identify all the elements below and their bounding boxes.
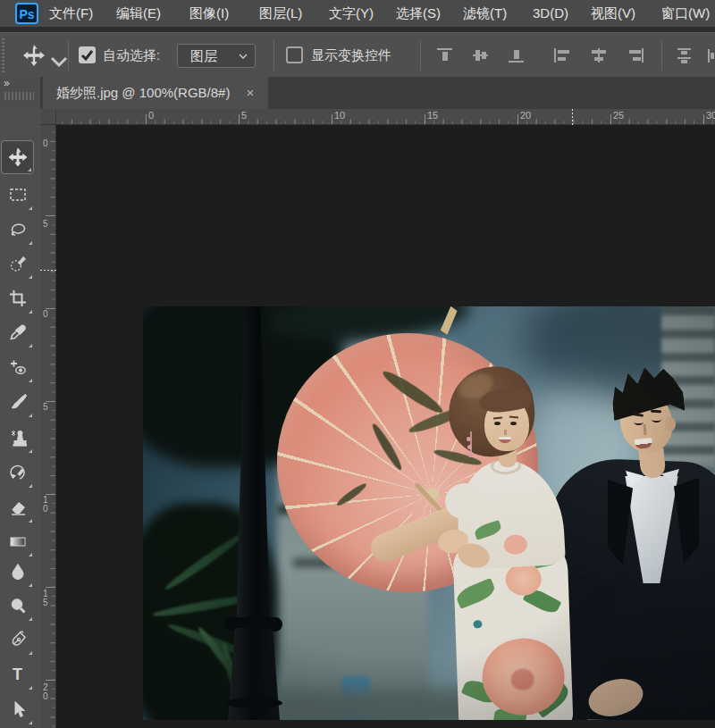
menu-view[interactable]: 视图(V) xyxy=(591,0,635,27)
quick-selection-tool[interactable] xyxy=(1,247,34,280)
eraser-tool[interactable] xyxy=(1,490,34,524)
ruler-label: 10 xyxy=(334,110,345,121)
photo-groom-eye xyxy=(652,416,661,423)
photo-bride-nose xyxy=(504,430,507,435)
photo-bride-eye xyxy=(494,422,500,425)
options-bar: 自动选择: 图层 显示变换控件 xyxy=(0,32,715,78)
photo-lamppost-ring xyxy=(225,698,282,708)
divider xyxy=(420,40,421,71)
ruler-label: 20 xyxy=(43,683,51,701)
menu-type[interactable]: 文字(Y) xyxy=(329,0,374,27)
menu-bar: Ps 文件(F) 编辑(E) 图像(I) 图层(L) 文字(Y) 选择(S) 滤… xyxy=(0,0,715,27)
ruler-label: 0 xyxy=(148,110,154,121)
close-tab-icon[interactable]: × xyxy=(246,77,254,109)
align-bottom-edges-icon[interactable] xyxy=(506,46,527,64)
document-image[interactable] xyxy=(143,306,715,720)
align-right-edges-icon[interactable] xyxy=(624,46,645,64)
show-transform-checkbox[interactable] xyxy=(286,46,303,63)
ruler-label: 15 xyxy=(43,590,51,607)
flyout-triangle-icon xyxy=(29,583,32,587)
auto-select-checkbox[interactable] xyxy=(79,46,96,63)
flyout-triangle-icon xyxy=(29,484,32,488)
align-top-edges-icon[interactable] xyxy=(434,46,456,64)
lasso-tool[interactable] xyxy=(1,213,34,247)
cursor-position-marker xyxy=(572,109,573,125)
chevron-down-icon xyxy=(238,53,248,60)
ruler-label: 10 xyxy=(43,496,51,514)
photo-dress-leaf xyxy=(473,520,502,540)
photo-parasol-leaf-print xyxy=(380,367,446,417)
ruler-label: 30 xyxy=(706,110,715,121)
menu-3d[interactable]: 3D(D) xyxy=(533,0,568,27)
flyout-triangle-icon xyxy=(29,617,32,621)
dodge-tool[interactable] xyxy=(1,589,34,623)
ruler-label: 25 xyxy=(613,110,624,121)
move-tool[interactable] xyxy=(1,140,34,174)
photo-dress-leaf xyxy=(454,578,497,609)
pen-tool[interactable] xyxy=(1,623,34,657)
ruler-label: 5 xyxy=(43,403,51,412)
menu-select[interactable]: 选择(S) xyxy=(396,0,441,27)
flyout-triangle-icon xyxy=(29,449,32,453)
auto-select-label: 自动选择: xyxy=(103,33,160,78)
menu-file[interactable]: 文件(F) xyxy=(49,0,93,27)
distribute-top-edges-icon[interactable] xyxy=(674,46,695,64)
align-vertical-centers-icon[interactable] xyxy=(470,46,492,64)
spot-healing-brush-tool[interactable] xyxy=(1,350,34,384)
path-selection-tool[interactable] xyxy=(1,692,34,726)
document-tab-title: 婚纱照.jpg @ 100%(RGB/8#) xyxy=(56,85,230,100)
photo-bride-hairpin-bead xyxy=(467,445,472,449)
tool-preset-chevron-icon[interactable] xyxy=(48,51,70,72)
clone-stamp-tool[interactable] xyxy=(1,421,34,455)
menu-filter[interactable]: 滤镜(T) xyxy=(463,0,507,27)
photo-dress-accent xyxy=(473,620,482,628)
photo-groom-eye xyxy=(634,419,644,425)
flyout-triangle-icon xyxy=(29,206,32,210)
photo-bride-hairpin-bead xyxy=(467,437,471,441)
canvas-area[interactable] xyxy=(56,125,715,728)
flyout-triangle-icon xyxy=(29,686,32,690)
flyout-triangle-icon xyxy=(29,241,32,245)
document-tab[interactable]: 婚纱照.jpg @ 100%(RGB/8#)× xyxy=(43,77,268,109)
flyout-triangle-icon xyxy=(29,344,32,347)
move-tool-icon xyxy=(23,45,45,66)
distribute-left-edges-icon[interactable] xyxy=(706,46,715,64)
menu-edit[interactable]: 编辑(E) xyxy=(116,0,161,27)
toolbar-grip[interactable] xyxy=(4,92,34,100)
auto-select-target-dropdown[interactable]: 图层 xyxy=(177,44,256,68)
photo-parasol-leaf-print xyxy=(369,422,404,473)
checkmark-icon xyxy=(79,46,96,63)
align-left-edges-icon[interactable] xyxy=(552,46,574,64)
menu-layer[interactable]: 图层(L) xyxy=(259,0,302,27)
photo-bride-eye xyxy=(510,422,517,425)
horizontal-ruler[interactable]: 0 5 10 15 20 25 30 xyxy=(56,109,715,125)
gradient-tool[interactable] xyxy=(1,524,34,558)
flyout-triangle-icon xyxy=(29,310,32,314)
tool-panel-header: » xyxy=(0,77,40,109)
flyout-triangle-icon xyxy=(29,519,32,523)
flyout-triangle-icon xyxy=(29,651,32,655)
ruler-label: 5 xyxy=(241,110,247,121)
history-brush-tool[interactable] xyxy=(1,456,34,490)
photo-groom-ear xyxy=(665,417,676,431)
dropdown-value: 图层 xyxy=(190,48,217,63)
blur-tool[interactable] xyxy=(1,555,34,589)
vertical-ruler[interactable]: 0 5 0 5 10 15 20 xyxy=(40,125,56,728)
photo-bride-hairpin-tassel xyxy=(470,431,472,453)
crop-tool[interactable] xyxy=(1,281,34,315)
panel-grip[interactable] xyxy=(2,38,4,72)
collapse-panels-icon[interactable]: » xyxy=(4,77,9,89)
type-tool[interactable]: T xyxy=(1,657,34,691)
ruler-corner[interactable] xyxy=(40,109,56,125)
rectangular-marquee-tool[interactable] xyxy=(1,178,34,212)
brush-tool[interactable] xyxy=(1,385,34,419)
ruler-label: 0 xyxy=(43,310,51,319)
type-tool-glyph: T xyxy=(13,665,22,683)
photo-parasol-leaf-print xyxy=(335,481,368,508)
align-horizontal-centers-icon[interactable] xyxy=(588,46,610,64)
cursor-position-marker xyxy=(40,270,56,271)
eyedropper-tool[interactable] xyxy=(1,315,34,349)
menu-window[interactable]: 窗口(W) xyxy=(661,0,710,27)
menu-image[interactable]: 图像(I) xyxy=(189,0,229,27)
divider xyxy=(661,40,662,71)
